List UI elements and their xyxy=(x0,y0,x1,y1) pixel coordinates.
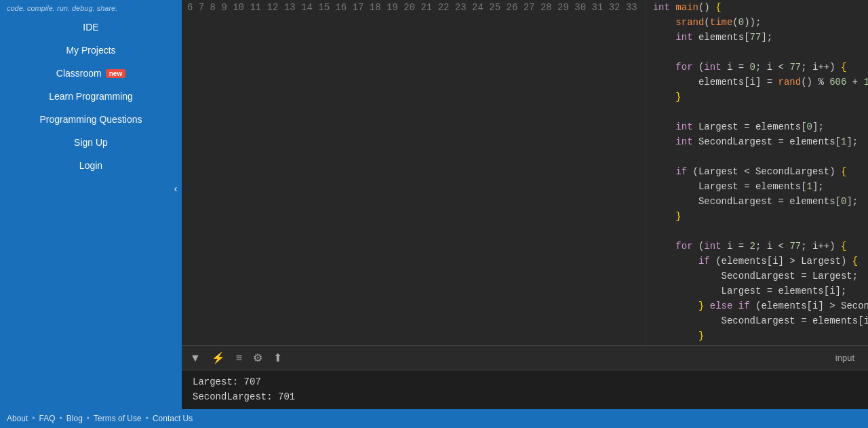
execute-icon[interactable]: ⚡ xyxy=(209,349,228,367)
editor-container: 6 7 8 9 10 11 12 13 14 15 16 17 18 19 20… xyxy=(182,0,868,409)
sidebar-navigation: IDE My Projects Classroom new Learn Prog… xyxy=(0,16,182,176)
classroom-new-badge: new xyxy=(106,69,125,78)
footer-blog-link[interactable]: Blog xyxy=(66,414,83,423)
bottom-toolbar: ▼ ⚡ ≡ ⚙ ⬆ input xyxy=(182,345,868,370)
upload-icon[interactable]: ⬆ xyxy=(271,349,285,367)
footer-terms-link[interactable]: Terms of Use xyxy=(94,414,142,423)
sidebar: code. compile. run. debug. share. IDE My… xyxy=(0,0,182,409)
sidebar-item-my-projects[interactable]: My Projects xyxy=(0,39,182,61)
run-icon[interactable]: ▼ xyxy=(187,349,203,367)
sidebar-logo: code. compile. run. debug. share. xyxy=(0,0,182,16)
settings-icon[interactable]: ⚙ xyxy=(250,349,265,367)
sidebar-item-programming-questions[interactable]: Programming Questions xyxy=(0,109,182,130)
code-area[interactable]: 6 7 8 9 10 11 12 13 14 15 16 17 18 19 20… xyxy=(182,0,868,345)
sidebar-item-learn-programming[interactable]: Learn Programming xyxy=(0,85,182,107)
sidebar-collapse-button[interactable]: ‹ xyxy=(168,175,183,202)
footer-about-link[interactable]: About xyxy=(7,414,28,423)
sidebar-item-login[interactable]: Login xyxy=(0,155,182,176)
sidebar-collapse-area: ‹ xyxy=(168,0,183,377)
menu-icon[interactable]: ≡ xyxy=(233,349,245,367)
sidebar-item-ide[interactable]: IDE xyxy=(0,16,182,38)
sidebar-item-sign-up[interactable]: Sign Up xyxy=(0,132,182,153)
input-label: input xyxy=(835,353,854,363)
output-area: Largest: 707SecondLargest: 701 xyxy=(182,370,868,409)
sidebar-classroom-label: Classroom xyxy=(56,68,102,79)
footer-faq-link[interactable]: FAQ xyxy=(39,414,56,423)
sidebar-item-classroom[interactable]: Classroom new xyxy=(0,62,182,84)
line-numbers: 6 7 8 9 10 11 12 13 14 15 16 17 18 19 20… xyxy=(182,0,646,345)
code-content[interactable]: int main() { srand(time(0)); int element… xyxy=(646,0,868,345)
footer-contact-link[interactable]: Contact Us xyxy=(153,414,193,423)
footer: About • FAQ • Blog • Terms of Use • Cont… xyxy=(0,409,868,428)
